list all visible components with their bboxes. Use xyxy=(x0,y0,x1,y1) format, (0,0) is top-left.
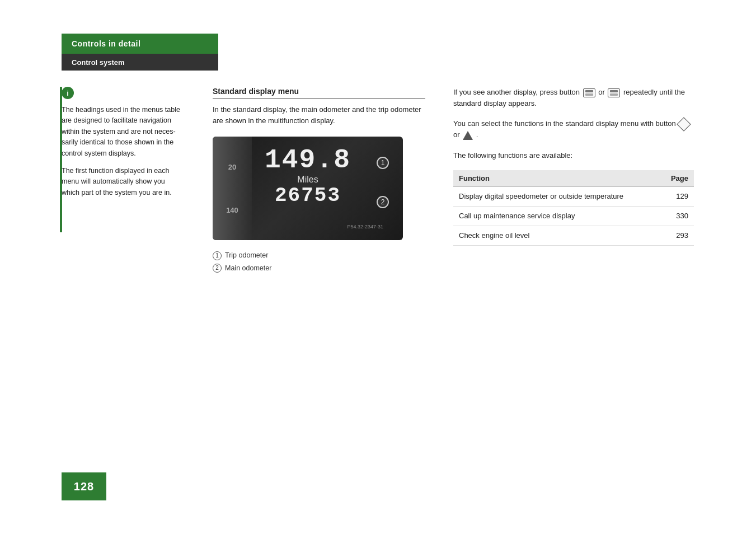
right-para-1: If you see another display, press button… xyxy=(453,87,694,109)
odo-circle-2: 2 xyxy=(377,196,389,208)
diamond-button-icon xyxy=(677,117,691,131)
caption-circle-2: 2 xyxy=(213,264,222,273)
table-cell-function: Display digital speedometer or outside t… xyxy=(453,186,660,206)
table-row: Call up maintenance service display 330 xyxy=(453,206,694,226)
header-bar: Controls in detail xyxy=(62,34,218,54)
page-badge: 128 xyxy=(62,472,106,500)
odometer-inner: 149.8 Miles 26753 1 2 P54.32-2347-31 xyxy=(229,147,386,231)
table-cell-page: 330 xyxy=(660,206,694,226)
triangle-button-icon xyxy=(463,131,473,140)
sub-header-title: Control system xyxy=(72,58,125,67)
para2-start: You can select the functions in the stan… xyxy=(453,119,676,128)
right-para-3: The following functions are available: xyxy=(453,150,694,161)
info-icon: i xyxy=(62,87,74,99)
section-title: Standard display menu xyxy=(213,87,425,99)
odo-main-value: 26753 xyxy=(229,186,386,206)
info-text-1: The headings used in the menus table are… xyxy=(62,105,185,159)
odo-circle-1: 1 xyxy=(377,157,389,169)
table-cell-function: Call up maintenance service display xyxy=(453,206,660,226)
table-cell-page: 129 xyxy=(660,186,694,206)
odo-trip-value: 149.8 xyxy=(229,147,386,174)
table-cell-function: Check engine oil level xyxy=(453,226,660,246)
para1-mid: or xyxy=(598,88,605,96)
main-content: Standard display menu In the standard di… xyxy=(213,87,425,274)
right-content: If you see another display, press button… xyxy=(453,87,694,246)
info-box: i The headings used in the menus table a… xyxy=(62,87,185,205)
para1-start: If you see another display, press button xyxy=(453,88,580,96)
page-number: 128 xyxy=(74,480,94,493)
caption-label-1: Trip odometer xyxy=(225,249,268,262)
sub-header-bar: Control system xyxy=(62,54,218,71)
caption-label-2: Main odometer xyxy=(225,262,271,275)
header-title: Controls in detail xyxy=(72,39,140,48)
odo-ref: P54.32-2347-31 xyxy=(347,224,383,229)
right-para-2: You can select the functions in the stan… xyxy=(453,118,694,140)
odo-unit: Miles xyxy=(229,175,386,185)
odometer-display: 20 140 149.8 Miles 26753 1 2 P54.32-2347… xyxy=(213,137,403,240)
info-text-2: The first function displayed in each men… xyxy=(62,166,185,198)
caption-circle-1: 1 xyxy=(213,251,222,260)
para2-end: or xyxy=(453,130,460,139)
button-icon-2 xyxy=(608,88,620,97)
odometer-captions: 1 Trip odometer 2 Main odometer xyxy=(213,249,425,274)
section-intro: In the standard display, the main odomet… xyxy=(213,104,425,127)
functions-table: Function Page Display digital speedomete… xyxy=(453,170,694,246)
table-row: Check engine oil level 293 xyxy=(453,226,694,246)
table-header-page: Page xyxy=(660,170,694,187)
table-header-function: Function xyxy=(453,170,660,187)
table-cell-page: 293 xyxy=(660,226,694,246)
button-icon-1 xyxy=(583,88,595,97)
table-row: Display digital speedometer or outside t… xyxy=(453,186,694,206)
caption-2: 2 Main odometer xyxy=(213,262,425,275)
odo-numbers: 149.8 Miles 26753 xyxy=(229,147,386,206)
caption-1: 1 Trip odometer xyxy=(213,249,425,262)
